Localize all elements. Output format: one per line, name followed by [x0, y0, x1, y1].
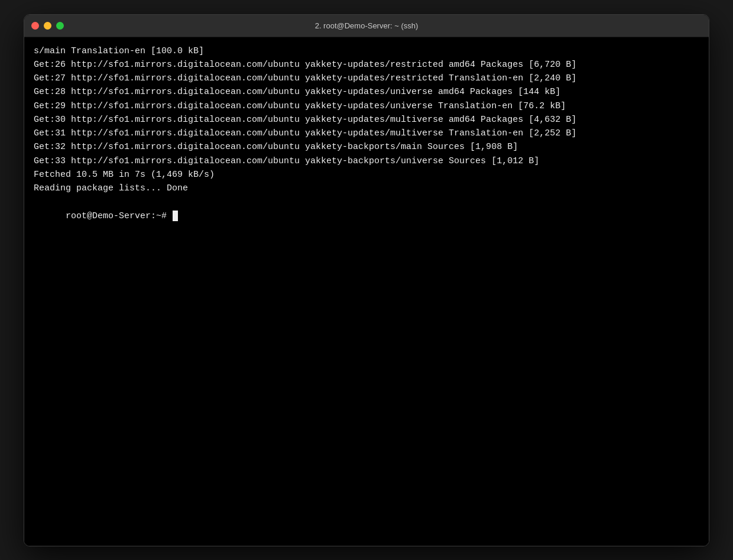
terminal-cursor: [173, 211, 178, 221]
terminal-prompt-line: root@Demo-Server:~#: [34, 195, 699, 237]
terminal-line: Get:33 http://sfo1.mirrors.digitalocean.…: [34, 154, 699, 168]
minimize-button[interactable]: [44, 22, 51, 30]
terminal-line: Get:32 http://sfo1.mirrors.digitalocean.…: [34, 140, 699, 154]
terminal-line-fetched: Fetched 10.5 MB in 7s (1,469 kB/s): [34, 168, 699, 182]
titlebar: 2. root@Demo-Server: ~ (ssh): [24, 15, 709, 37]
terminal-line: Get:27 http://sfo1.mirrors.digitalocean.…: [34, 72, 699, 85]
terminal-line: Get:26 http://sfo1.mirrors.digitalocean.…: [34, 58, 699, 72]
terminal-line: Get:28 http://sfo1.mirrors.digitalocean.…: [34, 85, 699, 99]
terminal-body[interactable]: s/main Translation-en [100.0 kB] Get:26 …: [24, 37, 709, 546]
terminal-line: s/main Translation-en [100.0 kB]: [34, 44, 699, 58]
terminal-prompt: root@Demo-Server:~#: [66, 211, 172, 221]
traffic-lights: [31, 22, 64, 30]
window-title: 2. root@Demo-Server: ~ (ssh): [315, 21, 419, 30]
terminal-window: 2. root@Demo-Server: ~ (ssh) s/main Tran…: [24, 14, 709, 546]
terminal-line: Get:29 http://sfo1.mirrors.digitalocean.…: [34, 99, 699, 113]
terminal-line-reading: Reading package lists... Done: [34, 182, 699, 195]
terminal-line: Get:31 http://sfo1.mirrors.digitalocean.…: [34, 127, 699, 140]
terminal-line: Get:30 http://sfo1.mirrors.digitalocean.…: [34, 113, 699, 127]
maximize-button[interactable]: [56, 22, 64, 30]
close-button[interactable]: [31, 22, 39, 30]
